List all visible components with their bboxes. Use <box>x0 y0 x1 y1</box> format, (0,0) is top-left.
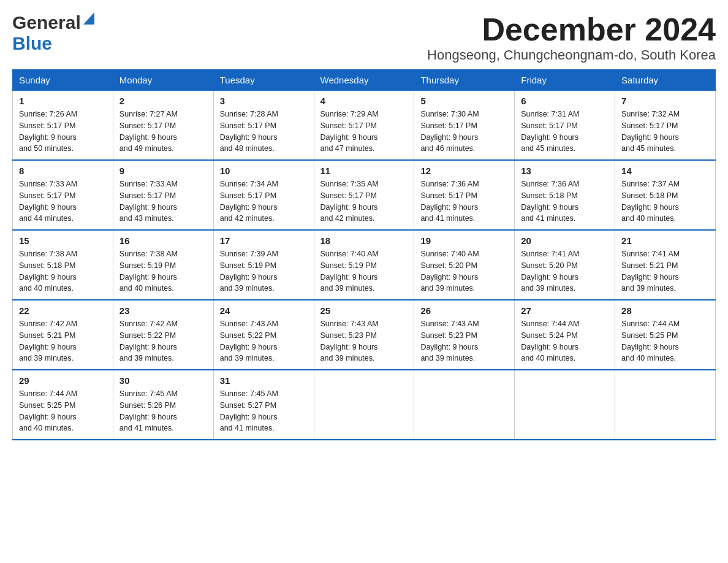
header-sunday: Sunday <box>13 70 113 91</box>
day-number: 30 <box>119 375 207 386</box>
day-number: 29 <box>19 375 107 386</box>
month-title: December 2024 <box>427 12 716 47</box>
day-info: Sunrise: 7:44 AMSunset: 5:25 PMDaylight:… <box>621 318 709 364</box>
calendar-cell: 28Sunrise: 7:44 AMSunset: 5:25 PMDayligh… <box>615 300 716 370</box>
day-info: Sunrise: 7:45 AMSunset: 5:26 PMDaylight:… <box>119 388 207 434</box>
calendar-cell: 9Sunrise: 7:33 AMSunset: 5:17 PMDaylight… <box>113 160 213 230</box>
day-info: Sunrise: 7:40 AMSunset: 5:20 PMDaylight:… <box>420 248 508 294</box>
day-number: 13 <box>521 166 609 176</box>
calendar-week-1: 1Sunrise: 7:26 AMSunset: 5:17 PMDaylight… <box>13 91 716 161</box>
day-number: 22 <box>19 305 107 316</box>
title-area: December 2024 Hongseong, Chungcheongnam-… <box>427 12 716 63</box>
day-info: Sunrise: 7:41 AMSunset: 5:21 PMDaylight:… <box>621 248 709 294</box>
logo-triangle-icon <box>83 12 94 27</box>
day-info: Sunrise: 7:35 AMSunset: 5:17 PMDaylight:… <box>320 178 408 224</box>
calendar-cell: 16Sunrise: 7:38 AMSunset: 5:19 PMDayligh… <box>113 230 213 300</box>
day-number: 12 <box>420 166 508 176</box>
day-number: 23 <box>119 305 207 316</box>
calendar-cell: 19Sunrise: 7:40 AMSunset: 5:20 PMDayligh… <box>414 230 515 300</box>
calendar-cell <box>414 370 515 440</box>
day-number: 20 <box>521 236 609 246</box>
day-info: Sunrise: 7:36 AMSunset: 5:17 PMDaylight:… <box>420 178 508 224</box>
day-info: Sunrise: 7:36 AMSunset: 5:18 PMDaylight:… <box>521 178 609 224</box>
calendar-week-2: 8Sunrise: 7:33 AMSunset: 5:17 PMDaylight… <box>13 160 716 230</box>
calendar-cell: 8Sunrise: 7:33 AMSunset: 5:17 PMDaylight… <box>13 160 113 230</box>
day-number: 7 <box>621 96 709 106</box>
day-info: Sunrise: 7:29 AMSunset: 5:17 PMDaylight:… <box>320 109 408 155</box>
calendar-cell: 24Sunrise: 7:43 AMSunset: 5:22 PMDayligh… <box>213 300 314 370</box>
calendar-table: Sunday Monday Tuesday Wednesday Thursday… <box>12 69 716 440</box>
day-number: 17 <box>220 236 308 246</box>
calendar-cell: 31Sunrise: 7:45 AMSunset: 5:27 PMDayligh… <box>213 370 314 440</box>
day-info: Sunrise: 7:33 AMSunset: 5:17 PMDaylight:… <box>19 178 107 224</box>
day-number: 1 <box>19 96 107 106</box>
calendar-cell: 17Sunrise: 7:39 AMSunset: 5:19 PMDayligh… <box>213 230 314 300</box>
calendar-cell: 2Sunrise: 7:27 AMSunset: 5:17 PMDaylight… <box>113 91 213 161</box>
calendar-week-4: 22Sunrise: 7:42 AMSunset: 5:21 PMDayligh… <box>13 300 716 370</box>
header-friday: Friday <box>515 70 615 91</box>
day-number: 27 <box>521 305 609 316</box>
day-info: Sunrise: 7:26 AMSunset: 5:17 PMDaylight:… <box>19 109 107 155</box>
calendar-cell: 7Sunrise: 7:32 AMSunset: 5:17 PMDaylight… <box>615 91 716 161</box>
calendar-cell: 21Sunrise: 7:41 AMSunset: 5:21 PMDayligh… <box>615 230 716 300</box>
calendar-cell: 12Sunrise: 7:36 AMSunset: 5:17 PMDayligh… <box>414 160 515 230</box>
calendar-cell: 14Sunrise: 7:37 AMSunset: 5:18 PMDayligh… <box>615 160 716 230</box>
day-number: 5 <box>420 96 508 106</box>
calendar-cell <box>314 370 414 440</box>
calendar-cell: 20Sunrise: 7:41 AMSunset: 5:20 PMDayligh… <box>515 230 615 300</box>
calendar-week-3: 15Sunrise: 7:38 AMSunset: 5:18 PMDayligh… <box>13 230 716 300</box>
day-info: Sunrise: 7:45 AMSunset: 5:27 PMDaylight:… <box>220 388 308 434</box>
calendar-cell: 5Sunrise: 7:30 AMSunset: 5:17 PMDaylight… <box>414 91 515 161</box>
day-info: Sunrise: 7:44 AMSunset: 5:24 PMDaylight:… <box>521 318 609 364</box>
calendar-week-5: 29Sunrise: 7:44 AMSunset: 5:25 PMDayligh… <box>13 370 716 440</box>
calendar-header-row: Sunday Monday Tuesday Wednesday Thursday… <box>13 70 716 91</box>
day-info: Sunrise: 7:43 AMSunset: 5:23 PMDaylight:… <box>420 318 508 364</box>
day-number: 21 <box>621 236 709 246</box>
day-info: Sunrise: 7:37 AMSunset: 5:18 PMDaylight:… <box>621 178 709 224</box>
header-wednesday: Wednesday <box>314 70 414 91</box>
day-number: 26 <box>420 305 508 316</box>
day-info: Sunrise: 7:44 AMSunset: 5:25 PMDaylight:… <box>19 388 107 434</box>
day-info: Sunrise: 7:38 AMSunset: 5:18 PMDaylight:… <box>19 248 107 294</box>
calendar-cell: 15Sunrise: 7:38 AMSunset: 5:18 PMDayligh… <box>13 230 113 300</box>
day-number: 4 <box>320 96 408 106</box>
calendar-cell: 26Sunrise: 7:43 AMSunset: 5:23 PMDayligh… <box>414 300 515 370</box>
day-number: 15 <box>19 236 107 246</box>
day-info: Sunrise: 7:43 AMSunset: 5:22 PMDaylight:… <box>220 318 308 364</box>
calendar-cell: 29Sunrise: 7:44 AMSunset: 5:25 PMDayligh… <box>13 370 113 440</box>
day-info: Sunrise: 7:30 AMSunset: 5:17 PMDaylight:… <box>420 109 508 155</box>
day-info: Sunrise: 7:39 AMSunset: 5:19 PMDaylight:… <box>220 248 308 294</box>
calendar-cell: 30Sunrise: 7:45 AMSunset: 5:26 PMDayligh… <box>113 370 213 440</box>
day-number: 8 <box>19 166 107 176</box>
header-monday: Monday <box>113 70 213 91</box>
day-info: Sunrise: 7:27 AMSunset: 5:17 PMDaylight:… <box>119 109 207 155</box>
day-info: Sunrise: 7:32 AMSunset: 5:17 PMDaylight:… <box>621 109 709 155</box>
day-number: 16 <box>119 236 207 246</box>
day-info: Sunrise: 7:41 AMSunset: 5:20 PMDaylight:… <box>521 248 609 294</box>
calendar-cell: 4Sunrise: 7:29 AMSunset: 5:17 PMDaylight… <box>314 91 414 161</box>
calendar-cell <box>615 370 716 440</box>
day-number: 31 <box>220 375 308 386</box>
calendar-cell: 13Sunrise: 7:36 AMSunset: 5:18 PMDayligh… <box>515 160 615 230</box>
svg-marker-0 <box>83 12 94 25</box>
calendar-cell: 10Sunrise: 7:34 AMSunset: 5:17 PMDayligh… <box>213 160 314 230</box>
calendar-cell: 27Sunrise: 7:44 AMSunset: 5:24 PMDayligh… <box>515 300 615 370</box>
day-info: Sunrise: 7:42 AMSunset: 5:22 PMDaylight:… <box>119 318 207 364</box>
day-number: 28 <box>621 305 709 316</box>
day-number: 11 <box>320 166 408 176</box>
header-tuesday: Tuesday <box>213 70 314 91</box>
calendar-cell: 1Sunrise: 7:26 AMSunset: 5:17 PMDaylight… <box>13 91 113 161</box>
day-number: 24 <box>220 305 308 316</box>
calendar-cell: 22Sunrise: 7:42 AMSunset: 5:21 PMDayligh… <box>13 300 113 370</box>
day-info: Sunrise: 7:38 AMSunset: 5:19 PMDaylight:… <box>119 248 207 294</box>
day-number: 6 <box>521 96 609 106</box>
logo-general-text: General <box>12 12 81 33</box>
calendar-cell: 25Sunrise: 7:43 AMSunset: 5:23 PMDayligh… <box>314 300 414 370</box>
day-info: Sunrise: 7:28 AMSunset: 5:17 PMDaylight:… <box>220 109 308 155</box>
day-number: 10 <box>220 166 308 176</box>
calendar-cell: 3Sunrise: 7:28 AMSunset: 5:17 PMDaylight… <box>213 91 314 161</box>
header-thursday: Thursday <box>414 70 515 91</box>
day-number: 25 <box>320 305 408 316</box>
day-info: Sunrise: 7:42 AMSunset: 5:21 PMDaylight:… <box>19 318 107 364</box>
day-number: 18 <box>320 236 408 246</box>
